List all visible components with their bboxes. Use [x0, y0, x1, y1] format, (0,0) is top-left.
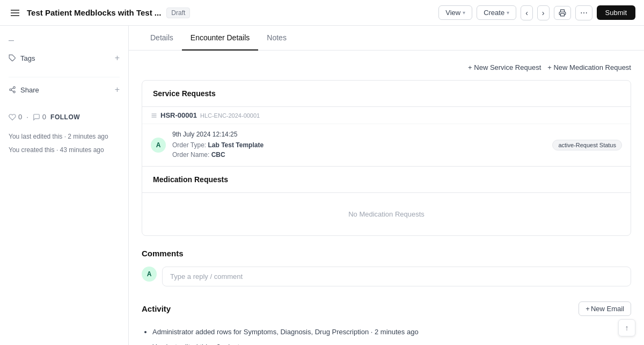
avatar: A: [151, 138, 166, 153]
sr-id-row: HSR-00001 HLC-ENC-2024-00001: [142, 107, 631, 124]
new-medication-request-button[interactable]: + New Medication Request: [547, 63, 631, 71]
new-email-button[interactable]: + New Email: [579, 301, 631, 316]
tags-label: Tags: [20, 54, 35, 62]
svg-point-4: [13, 91, 16, 93]
last-edited-text: You last edited this · 2 minutes ago: [9, 132, 120, 142]
activity-list: Administrator added rows for Symptoms, D…: [142, 325, 631, 345]
share-label: Share: [20, 86, 39, 94]
activity-header: Activity + New Email: [142, 301, 631, 316]
share-icon: [9, 86, 16, 94]
list-item: Administrator added rows for Symptoms, D…: [152, 325, 631, 340]
svg-point-3: [10, 89, 12, 91]
service-requests-header: Service Requests: [142, 81, 631, 107]
comment-input-row: A Type a reply / comment: [142, 267, 631, 286]
topbar: Test Patient Medblocks with Test ... Dra…: [0, 0, 644, 26]
svg-line-6: [11, 88, 13, 89]
likes-count[interactable]: 0: [9, 113, 22, 121]
heart-icon: [9, 113, 16, 121]
menu-icon[interactable]: [9, 8, 21, 18]
plus-icon: +: [586, 305, 590, 313]
print-button[interactable]: [554, 6, 571, 20]
sidebar-item-tags[interactable]: Tags +: [9, 50, 120, 66]
created-text: You created this · 43 minutes ago: [9, 145, 120, 155]
prev-button[interactable]: ‹: [521, 5, 533, 20]
create-button[interactable]: Create ▾: [477, 5, 516, 20]
sr-id-sub: HLC-ENC-2024-00001: [200, 112, 260, 119]
sr-order-type: Order Type: Lab Test Template: [172, 140, 552, 150]
comment-input[interactable]: Type a reply / comment: [162, 267, 631, 286]
follow-button[interactable]: FOLLOW: [50, 113, 80, 121]
drag-icon: [151, 112, 157, 119]
sr-details: 9th July 2024 12:14:25 Order Type: Lab T…: [172, 131, 552, 160]
no-medication-requests: No Medication Requests: [142, 193, 631, 235]
tab-notes[interactable]: Notes: [258, 26, 295, 51]
status-badge: active-Request Status: [552, 140, 622, 150]
svg-rect-0: [560, 13, 564, 16]
new-service-request-button[interactable]: + New Service Request: [468, 63, 541, 71]
main-content: Details Encounter Details Notes + New Se…: [129, 26, 644, 345]
tab-details[interactable]: Details: [142, 26, 182, 51]
comments-section: Comments A Type a reply / comment: [142, 249, 631, 286]
sr-date: 9th July 2024 12:14:25: [172, 131, 552, 138]
back-to-top-button[interactable]: ↑: [618, 319, 635, 336]
table-row: A 9th July 2024 12:14:25 Order Type: Lab…: [142, 124, 631, 166]
medication-requests-header: Medication Requests: [142, 166, 631, 193]
sidebar: – Tags +: [0, 26, 129, 345]
next-button[interactable]: ›: [537, 5, 550, 20]
add-share-button[interactable]: +: [115, 85, 120, 95]
comment-icon: [33, 113, 40, 121]
tabs-bar: Details Encounter Details Notes: [129, 26, 644, 51]
add-tag-button[interactable]: +: [115, 53, 120, 63]
submit-button[interactable]: Submit: [597, 5, 635, 20]
draft-badge: Draft: [166, 8, 190, 18]
svg-point-2: [13, 87, 16, 89]
list-item: You last edited this · 2 minutes ago: [152, 340, 631, 346]
service-requests-card: Service Requests HSR-00001 HLC-ENC-2024-…: [142, 80, 631, 236]
tab-encounter-details[interactable]: Encounter Details: [182, 26, 259, 51]
avatar: A: [142, 267, 157, 282]
section-actions: + New Service Request + New Medication R…: [142, 63, 631, 71]
activity-section: Activity + New Email Administrator added…: [142, 301, 631, 345]
chevron-down-icon: ▾: [507, 10, 509, 16]
page-title: Test Patient Medblocks with Test ...: [27, 8, 161, 17]
svg-line-5: [11, 90, 13, 91]
sr-id-main: HSR-00001: [160, 111, 197, 119]
more-button[interactable]: ⋯: [575, 5, 592, 20]
comments-count[interactable]: 0: [33, 113, 46, 121]
comments-title: Comments: [142, 249, 631, 258]
sr-order-name: Order Name: CBC: [172, 150, 552, 160]
tag-icon: [9, 54, 16, 62]
activity-title: Activity: [142, 304, 171, 313]
view-button[interactable]: View ▾: [438, 5, 472, 20]
chevron-down-icon: ▾: [463, 10, 465, 16]
sidebar-item-share[interactable]: Share +: [9, 82, 120, 98]
